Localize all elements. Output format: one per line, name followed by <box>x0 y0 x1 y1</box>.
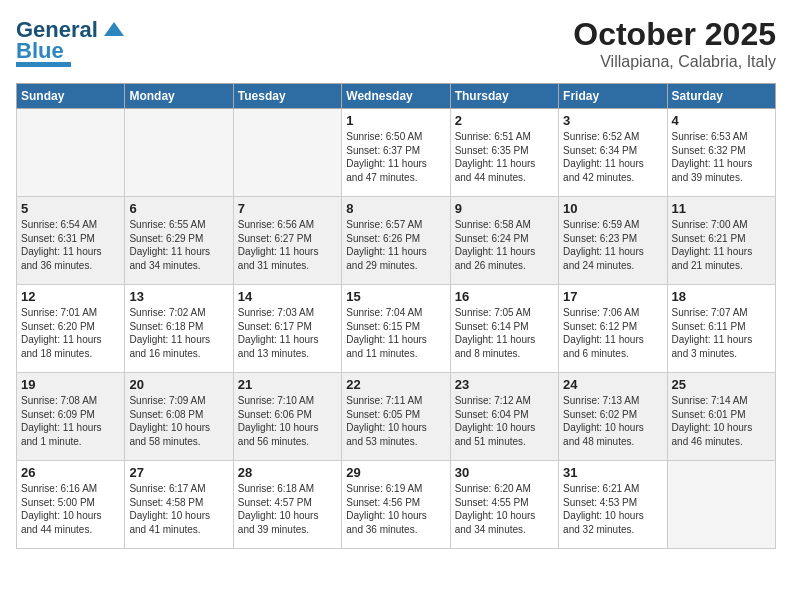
calendar-cell: 7Sunrise: 6:56 AMSunset: 6:27 PMDaylight… <box>233 197 341 285</box>
calendar-cell: 28Sunrise: 6:18 AMSunset: 4:57 PMDayligh… <box>233 461 341 549</box>
day-info: Sunrise: 6:54 AMSunset: 6:31 PMDaylight:… <box>21 218 120 272</box>
day-info: Sunrise: 6:58 AMSunset: 6:24 PMDaylight:… <box>455 218 554 272</box>
day-info: Sunrise: 7:10 AMSunset: 6:06 PMDaylight:… <box>238 394 337 448</box>
svg-marker-0 <box>104 22 124 36</box>
day-number: 21 <box>238 377 337 392</box>
calendar-cell: 17Sunrise: 7:06 AMSunset: 6:12 PMDayligh… <box>559 285 667 373</box>
day-info: Sunrise: 7:03 AMSunset: 6:17 PMDaylight:… <box>238 306 337 360</box>
day-number: 13 <box>129 289 228 304</box>
day-info: Sunrise: 6:20 AMSunset: 4:55 PMDaylight:… <box>455 482 554 536</box>
calendar-cell: 30Sunrise: 6:20 AMSunset: 4:55 PMDayligh… <box>450 461 558 549</box>
day-number: 26 <box>21 465 120 480</box>
day-number: 23 <box>455 377 554 392</box>
calendar-cell: 14Sunrise: 7:03 AMSunset: 6:17 PMDayligh… <box>233 285 341 373</box>
day-info: Sunrise: 7:11 AMSunset: 6:05 PMDaylight:… <box>346 394 445 448</box>
calendar-cell <box>667 461 775 549</box>
calendar-cell: 13Sunrise: 7:02 AMSunset: 6:18 PMDayligh… <box>125 285 233 373</box>
calendar-cell: 27Sunrise: 6:17 AMSunset: 4:58 PMDayligh… <box>125 461 233 549</box>
day-number: 29 <box>346 465 445 480</box>
calendar-cell: 24Sunrise: 7:13 AMSunset: 6:02 PMDayligh… <box>559 373 667 461</box>
day-info: Sunrise: 7:08 AMSunset: 6:09 PMDaylight:… <box>21 394 120 448</box>
calendar-week-row: 1Sunrise: 6:50 AMSunset: 6:37 PMDaylight… <box>17 109 776 197</box>
calendar-cell: 12Sunrise: 7:01 AMSunset: 6:20 PMDayligh… <box>17 285 125 373</box>
calendar-cell: 1Sunrise: 6:50 AMSunset: 6:37 PMDaylight… <box>342 109 450 197</box>
day-number: 11 <box>672 201 771 216</box>
day-number: 19 <box>21 377 120 392</box>
calendar-week-row: 19Sunrise: 7:08 AMSunset: 6:09 PMDayligh… <box>17 373 776 461</box>
weekday-header: Saturday <box>667 84 775 109</box>
day-info: Sunrise: 6:50 AMSunset: 6:37 PMDaylight:… <box>346 130 445 184</box>
weekday-header: Wednesday <box>342 84 450 109</box>
calendar-cell: 9Sunrise: 6:58 AMSunset: 6:24 PMDaylight… <box>450 197 558 285</box>
day-info: Sunrise: 7:06 AMSunset: 6:12 PMDaylight:… <box>563 306 662 360</box>
calendar-cell: 20Sunrise: 7:09 AMSunset: 6:08 PMDayligh… <box>125 373 233 461</box>
calendar-week-row: 26Sunrise: 6:16 AMSunset: 5:00 PMDayligh… <box>17 461 776 549</box>
day-number: 4 <box>672 113 771 128</box>
weekday-header: Sunday <box>17 84 125 109</box>
day-number: 7 <box>238 201 337 216</box>
calendar-cell: 8Sunrise: 6:57 AMSunset: 6:26 PMDaylight… <box>342 197 450 285</box>
day-info: Sunrise: 6:59 AMSunset: 6:23 PMDaylight:… <box>563 218 662 272</box>
page-header: General Blue October 2025 Villapiana, Ca… <box>16 16 776 71</box>
day-number: 16 <box>455 289 554 304</box>
calendar-cell: 2Sunrise: 6:51 AMSunset: 6:35 PMDaylight… <box>450 109 558 197</box>
day-number: 8 <box>346 201 445 216</box>
calendar-cell <box>17 109 125 197</box>
day-number: 9 <box>455 201 554 216</box>
day-info: Sunrise: 6:16 AMSunset: 5:00 PMDaylight:… <box>21 482 120 536</box>
weekday-header: Monday <box>125 84 233 109</box>
title-block: October 2025 Villapiana, Calabria, Italy <box>573 16 776 71</box>
calendar-cell: 3Sunrise: 6:52 AMSunset: 6:34 PMDaylight… <box>559 109 667 197</box>
day-number: 24 <box>563 377 662 392</box>
day-info: Sunrise: 6:57 AMSunset: 6:26 PMDaylight:… <box>346 218 445 272</box>
calendar-cell: 25Sunrise: 7:14 AMSunset: 6:01 PMDayligh… <box>667 373 775 461</box>
day-number: 3 <box>563 113 662 128</box>
day-number: 22 <box>346 377 445 392</box>
calendar-cell <box>125 109 233 197</box>
day-info: Sunrise: 6:17 AMSunset: 4:58 PMDaylight:… <box>129 482 228 536</box>
day-number: 17 <box>563 289 662 304</box>
calendar-cell: 26Sunrise: 6:16 AMSunset: 5:00 PMDayligh… <box>17 461 125 549</box>
day-number: 5 <box>21 201 120 216</box>
day-info: Sunrise: 7:09 AMSunset: 6:08 PMDaylight:… <box>129 394 228 448</box>
day-number: 14 <box>238 289 337 304</box>
calendar-cell: 18Sunrise: 7:07 AMSunset: 6:11 PMDayligh… <box>667 285 775 373</box>
day-number: 10 <box>563 201 662 216</box>
day-info: Sunrise: 7:07 AMSunset: 6:11 PMDaylight:… <box>672 306 771 360</box>
logo-blue: Blue <box>16 38 64 64</box>
day-info: Sunrise: 6:51 AMSunset: 6:35 PMDaylight:… <box>455 130 554 184</box>
day-number: 6 <box>129 201 228 216</box>
calendar-header-row: SundayMondayTuesdayWednesdayThursdayFrid… <box>17 84 776 109</box>
day-number: 20 <box>129 377 228 392</box>
calendar-cell: 6Sunrise: 6:55 AMSunset: 6:29 PMDaylight… <box>125 197 233 285</box>
calendar-week-row: 12Sunrise: 7:01 AMSunset: 6:20 PMDayligh… <box>17 285 776 373</box>
day-info: Sunrise: 6:53 AMSunset: 6:32 PMDaylight:… <box>672 130 771 184</box>
day-info: Sunrise: 6:55 AMSunset: 6:29 PMDaylight:… <box>129 218 228 272</box>
logo-icon <box>100 16 128 44</box>
calendar-cell: 23Sunrise: 7:12 AMSunset: 6:04 PMDayligh… <box>450 373 558 461</box>
page-subtitle: Villapiana, Calabria, Italy <box>573 53 776 71</box>
day-info: Sunrise: 7:01 AMSunset: 6:20 PMDaylight:… <box>21 306 120 360</box>
day-info: Sunrise: 6:52 AMSunset: 6:34 PMDaylight:… <box>563 130 662 184</box>
calendar-cell: 15Sunrise: 7:04 AMSunset: 6:15 PMDayligh… <box>342 285 450 373</box>
day-number: 18 <box>672 289 771 304</box>
weekday-header: Friday <box>559 84 667 109</box>
day-info: Sunrise: 7:02 AMSunset: 6:18 PMDaylight:… <box>129 306 228 360</box>
day-info: Sunrise: 7:12 AMSunset: 6:04 PMDaylight:… <box>455 394 554 448</box>
day-info: Sunrise: 6:19 AMSunset: 4:56 PMDaylight:… <box>346 482 445 536</box>
calendar-cell: 29Sunrise: 6:19 AMSunset: 4:56 PMDayligh… <box>342 461 450 549</box>
day-number: 25 <box>672 377 771 392</box>
page-title: October 2025 <box>573 16 776 53</box>
logo-underline <box>16 62 71 67</box>
weekday-header: Tuesday <box>233 84 341 109</box>
weekday-header: Thursday <box>450 84 558 109</box>
day-number: 28 <box>238 465 337 480</box>
day-number: 31 <box>563 465 662 480</box>
day-info: Sunrise: 7:05 AMSunset: 6:14 PMDaylight:… <box>455 306 554 360</box>
calendar-table: SundayMondayTuesdayWednesdayThursdayFrid… <box>16 83 776 549</box>
day-number: 15 <box>346 289 445 304</box>
day-info: Sunrise: 6:21 AMSunset: 4:53 PMDaylight:… <box>563 482 662 536</box>
day-info: Sunrise: 7:14 AMSunset: 6:01 PMDaylight:… <box>672 394 771 448</box>
day-info: Sunrise: 7:00 AMSunset: 6:21 PMDaylight:… <box>672 218 771 272</box>
day-number: 27 <box>129 465 228 480</box>
